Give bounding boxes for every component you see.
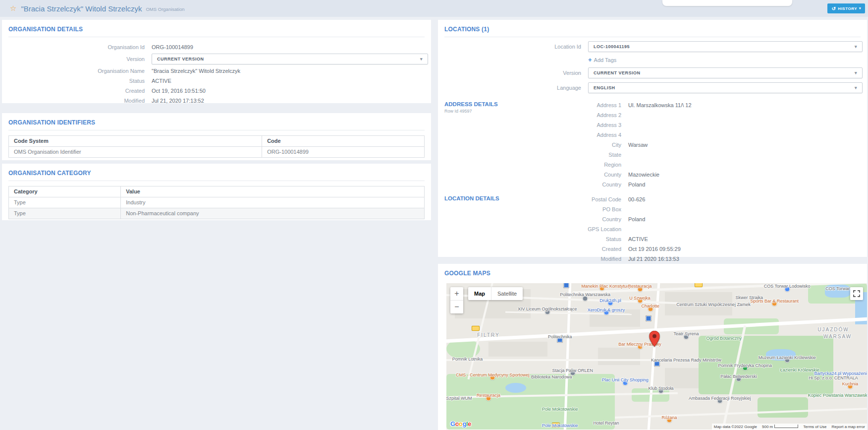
map-place-label[interactable]: Szpital WUM: [446, 396, 472, 401]
map-place-label[interactable]: Pomnik Lotnika: [452, 357, 483, 362]
field-value: Jul 21 2020 16:13:53: [628, 254, 679, 264]
map-place-label[interactable]: Sports Bar & Restaurant: [750, 299, 799, 304]
map-place-label[interactable]: Druk24h.pl: [599, 298, 621, 303]
field-row: City Warsaw: [438, 140, 867, 150]
google-logo[interactable]: Google: [450, 420, 471, 428]
map-place-label[interactable]: XeroDruk & groszy: [588, 307, 625, 312]
map-place-label[interactable]: FILTRY: [477, 333, 500, 338]
field-label: Created: [438, 244, 628, 254]
map-view-button[interactable]: Map: [468, 287, 491, 300]
field-row: Modified Jul 21, 2020 17:13:52: [2, 96, 431, 106]
field-row: Created Oct 19, 2016 10:51:50: [2, 86, 431, 96]
map-place-label[interactable]: WARSAW: [823, 334, 852, 339]
language-select[interactable]: ENGLISH ▾: [588, 82, 863, 93]
terms-of-use-link[interactable]: Terms of Use: [803, 425, 826, 429]
map-place-label[interactable]: Charlotte: [641, 304, 659, 308]
map-place-label[interactable]: CMS - Centrum Medycyny Sportowej: [456, 372, 529, 377]
map-place-label[interactable]: Restauracja: [477, 393, 500, 398]
location-id-select[interactable]: LOC-100041195 ▾: [588, 41, 863, 52]
field-row: Location Id LOC-100041195 ▾: [438, 41, 867, 52]
field-row: Created Oct 19 2016 09:55:29: [438, 244, 867, 254]
field-row: Region: [438, 160, 867, 170]
location-details-section: LOCATION DETAILS Postal Code 00-626 PO B…: [438, 194, 867, 264]
add-tags-link[interactable]: + Add Tags: [588, 56, 867, 63]
field-label: Version: [438, 70, 588, 76]
field-value: Ul. Marszalkowska 11/\ 12: [628, 100, 692, 110]
address-details-heading: ADDRESS DETAILS: [444, 101, 498, 107]
field-label: Address 4: [438, 130, 628, 140]
map-place-label[interactable]: XIV Liceum Ogólnokształcące: [518, 307, 577, 311]
map-place-label[interactable]: Plac Unii City Shopping: [602, 377, 649, 382]
map-place-label[interactable]: Pomnik Fryderyka Chopina: [718, 363, 772, 368]
field-row: Postal Code 00-626: [438, 194, 867, 204]
zoom-out-button[interactable]: −: [450, 301, 463, 313]
plus-icon: +: [588, 56, 592, 63]
address-row-id: Row Id 49597: [444, 109, 498, 114]
map-place-label[interactable]: Stacja Paliw ORLEN: [552, 368, 593, 373]
poi-marker[interactable]: [646, 315, 651, 321]
field-value: Warsaw: [628, 140, 648, 150]
map-place-label[interactable]: COS Torwar Lodowisko: [764, 284, 811, 289]
location-details-heading: LOCATION DETAILS: [444, 195, 499, 201]
map-place-label[interactable]: Muzeum Łazienki Królewskie: [759, 355, 816, 360]
zoom-in-button[interactable]: +: [450, 287, 463, 301]
map-place-label[interactable]: Centrum Sztuki Współczesnej Zamek: [676, 302, 751, 307]
map-place-label[interactable]: Hotel Reytan: [594, 421, 619, 426]
map-place-label[interactable]: Kancelaria Prezesa Rady Ministrów: [651, 358, 721, 363]
map-place-label[interactable]: U Szwejka: [629, 296, 651, 301]
field-label: Status: [438, 234, 628, 244]
table-cell: Industry: [121, 197, 424, 208]
field-value: ACTIVE: [152, 76, 171, 86]
poi-marker[interactable]: [695, 283, 703, 287]
fullscreen-button[interactable]: [850, 287, 863, 300]
map-place-label[interactable]: COS Torwar: [825, 286, 850, 291]
map-place-label[interactable]: Manekin Plac Konstytucji: [582, 284, 631, 289]
table-cell: Type: [9, 208, 121, 219]
map-place-label[interactable]: Pałac Belwederski: [720, 374, 757, 379]
park-area: [446, 374, 615, 430]
map-place-label[interactable]: Politechnika: [548, 334, 572, 339]
field-value: Jul 21, 2020 17:13:52: [152, 96, 204, 106]
map-place-label[interactable]: Biblioteka Narodowa: [531, 374, 572, 379]
language-select-value: ENGLISH: [594, 85, 615, 90]
location-version-select[interactable]: CURRENT VERSION ▾: [588, 67, 863, 78]
organisation-identifiers-card: ORGANISATION IDENTIFIERS Code System Cod…: [2, 113, 431, 160]
satellite-view-button[interactable]: Satellite: [491, 287, 523, 300]
google-maps-heading: GOOGLE MAPS: [438, 264, 867, 281]
map-place-label[interactable]: Politechnika Warszawska: [560, 292, 610, 297]
organisation-details-heading: ORGANISATION DETAILS: [2, 20, 431, 37]
road: [615, 408, 867, 419]
map-place-label[interactable]: Ambasada Federacji Rosyjskiej: [689, 396, 751, 401]
field-label: Address 3: [438, 120, 628, 130]
map-place-label[interactable]: Pole Mokotowskie: [542, 423, 578, 428]
column-header: Code System: [9, 136, 262, 146]
poi-marker[interactable]: [472, 326, 480, 331]
history-button[interactable]: ↺ HISTORY ▾: [827, 3, 865, 13]
map-place-label[interactable]: Klub Stodoła: [648, 386, 673, 391]
map-place-label[interactable]: Łazienki Królewskie: [780, 368, 819, 372]
report-map-error-link[interactable]: Report a map error: [831, 425, 865, 429]
favorite-star-icon[interactable]: ☆: [10, 4, 16, 13]
field-label: Organisation Name: [2, 66, 152, 76]
map-place-label[interactable]: Restauracja: [628, 284, 652, 289]
field-value: ORG-100014899: [152, 42, 193, 52]
map-place-label[interactable]: Ogród Botaniczny: [706, 336, 742, 341]
field-value: Oct 19 2016 09:55:29: [628, 244, 681, 254]
field-label: Language: [438, 85, 588, 91]
map-place-label[interactable]: Kuchnia: [842, 381, 859, 386]
map-place-label[interactable]: Kopiec Powstania Warszawskiego: [808, 393, 867, 398]
poi-marker[interactable]: [563, 283, 569, 288]
field-value: ACTIVE: [628, 234, 648, 244]
map-place-label[interactable]: Teatr Syrena: [673, 331, 699, 336]
location-pin-icon[interactable]: [650, 331, 660, 347]
version-select[interactable]: CURRENT VERSION ▾: [152, 54, 428, 64]
category-table: Category Value Type Industry Type Non-Ph…: [8, 186, 425, 219]
map-place-label[interactable]: Hi Sp. z o.o. CENTRALA: [809, 375, 858, 380]
field-row: Status ACTIVE: [438, 234, 867, 244]
map-place-label[interactable]: UJAZDÓW: [817, 327, 849, 332]
map-place-label[interactable]: Pole Mokotowskie: [542, 407, 578, 412]
map-block: [488, 342, 547, 357]
map-canvas[interactable]: Manekin Plac Konstytucji Restauracja COS…: [446, 283, 867, 430]
field-label: Status: [2, 76, 152, 86]
map-place-label[interactable]: Różana: [661, 415, 677, 420]
